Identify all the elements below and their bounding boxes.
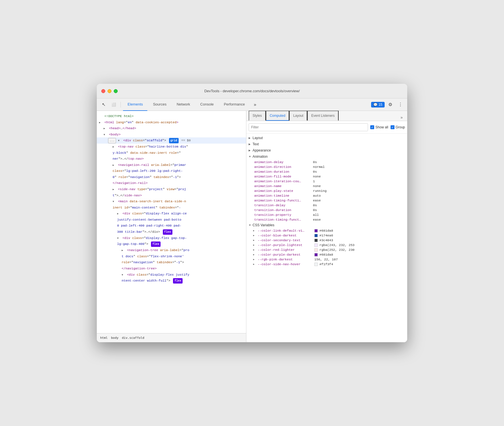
div-flex1-line1[interactable]: ▶ <div class="display-flex align-ce [97, 210, 246, 217]
animation-timing-value: ease [313, 199, 321, 202]
tab-network[interactable]: Network [172, 98, 195, 111]
nav-rail-line1[interactable]: ▶ <navigation-rail aria-label="primar [97, 162, 246, 168]
animation-fill-value: none [313, 175, 321, 178]
chat-count: 15 [379, 103, 382, 107]
var-color-side-nav-row[interactable]: ▶ --color-side-nav-hover #f1f3f4 [246, 262, 407, 267]
more-style-tabs[interactable]: » [398, 114, 405, 121]
animation-section-header[interactable]: ▼ Animation [246, 153, 407, 160]
tab-performance[interactable]: Performance [219, 98, 249, 111]
scaffold-div-line[interactable]: ... ▼ <div class="scaffold"> grid == $0 [97, 137, 246, 144]
cursor-tool-button[interactable]: ↖ [99, 100, 108, 109]
tab-styles[interactable]: Styles [249, 111, 266, 121]
doctype-line[interactable]: <!DOCTYPE html> [97, 113, 246, 119]
tab-sources[interactable]: Sources [148, 98, 171, 111]
var-rgb-pink-name: --rgb-pink-darkest [258, 258, 313, 261]
tab-console[interactable]: Console [196, 98, 218, 111]
text-section-header[interactable]: ▶ Text [246, 141, 407, 147]
nav-tree-line1[interactable]: ▶ <navigation-tree aria-label="pro [97, 247, 246, 253]
var-expand-icon: ▶ [253, 239, 256, 241]
ellipsis-button[interactable]: ... [108, 138, 116, 143]
tab-elements[interactable]: Elements [123, 98, 147, 111]
top-nav-line2[interactable]: y-block" data-side-nav-inert role=" [97, 150, 246, 156]
more-tabs-button[interactable]: » [251, 100, 260, 109]
expand-icon: ▼ [117, 236, 120, 241]
animation-timeline-row[interactable]: animation-timeline auto [246, 193, 407, 198]
color-swatch [314, 263, 318, 266]
transition-delay-row[interactable]: transition-delay 0s [246, 203, 407, 208]
color-swatch [314, 243, 318, 247]
expand-icon: ▼ [113, 200, 116, 204]
div-flex3-line1[interactable]: ▼ <div class="display-flex justify [97, 272, 246, 278]
var-color-purple-light-row[interactable]: ▶ --color-purple-lightest rgba(243, 232,… [246, 243, 407, 247]
tab-computed[interactable]: Computed [266, 111, 289, 121]
close-button[interactable] [101, 89, 105, 93]
minimize-button[interactable] [108, 89, 111, 93]
animation-section-label: Animation [253, 155, 268, 159]
animation-fill-name: animation-fill-mode [254, 175, 311, 178]
animation-arrow: ▼ [249, 155, 253, 158]
show-all-checkbox[interactable]: ✓ [370, 125, 374, 129]
nav-tree-close[interactable]: </navigation-tree> [97, 265, 246, 272]
animation-direction-row[interactable]: animation-direction normal [246, 164, 407, 169]
nav-tree-line2[interactable]: t docs" class="flex-shrink-none' [97, 253, 246, 260]
side-nav-line1[interactable]: ▶ <side-nav type="project" view="proj [97, 186, 246, 192]
transition-timing-row[interactable]: transition-timing-funct… ease [246, 217, 407, 222]
group-checkbox[interactable]: ✓ [391, 125, 395, 129]
nav-rail-close[interactable]: </navigation-rail> [97, 180, 246, 186]
var-color-link-name: --color-link-default-vi… [258, 229, 313, 232]
var-color-link-row[interactable]: ▶ --color-link-default-vi… #681da8 [246, 228, 407, 233]
div-flex1-line4[interactable]: 300 title-bar">…</div> flex [97, 229, 246, 235]
nav-rail-line3[interactable]: 0" role="navigation" tabindex="-1"> [97, 174, 246, 180]
animation-timing-row[interactable]: animation-timing-functi… ease [246, 198, 407, 203]
animation-iteration-name: animation-iteration-cou… [254, 179, 311, 183]
div-flex3-line2[interactable]: ntent-center width-full"> flex [97, 278, 246, 284]
tab-layout[interactable]: Layout [289, 111, 307, 121]
var-color-secondary-row[interactable]: ▶ --color-secondary-text #3c4043 [246, 238, 407, 243]
animation-name-row[interactable]: animation-name none [246, 184, 407, 188]
side-nav-line2[interactable]: t">…</side-nav> [97, 192, 246, 199]
top-nav-line1[interactable]: ▶ <top-nav class="hairline-bottom dis" [97, 144, 246, 150]
div-flex1-line2[interactable]: justify-content-between pad-botto [97, 217, 246, 223]
body-tag-line[interactable]: ▼ <body> [97, 131, 246, 138]
div-flex2-line2[interactable]: lg:gap-top-400"> flex [97, 241, 246, 247]
animation-fill-row[interactable]: animation-fill-mode none [246, 174, 407, 179]
layout-arrow: ▶ [249, 137, 253, 139]
layout-section-header[interactable]: ▶ Layout [246, 135, 407, 141]
var-color-purple-dark-row[interactable]: ▶ --color-purple-darkest #681da8 [246, 252, 407, 257]
tab-event-listeners[interactable]: Event Listeners [307, 111, 339, 121]
var-color-blue-row[interactable]: ▶ --color-blue-darkest #174ea6 [246, 233, 407, 238]
animation-iteration-row[interactable]: animation-iteration-cou… 1 [246, 179, 407, 184]
html-tag-line[interactable]: ▶ <html lang="en" data-cookies-accepted> [97, 119, 246, 126]
css-vars-section-header[interactable]: ▼ CSS Variables [246, 222, 407, 228]
div-flex2-line1[interactable]: ▼ <div class="display-flex gap-top- [97, 235, 246, 241]
settings-button[interactable]: ⚙ [386, 100, 395, 109]
div-flex1-line3[interactable]: 0 pad-left-400 pad-right-400 pad- [97, 223, 246, 229]
animation-duration-row[interactable]: animation-duration 0s [246, 169, 407, 174]
nav-rail-line2[interactable]: class="lg:pad-left-200 lg:pad-right- [97, 168, 246, 174]
head-tag-line[interactable]: ▶ <head>…</head> [97, 125, 246, 131]
computed-content[interactable]: ▶ Layout ▶ Text ▶ Appearance ▼ Animation [246, 134, 407, 342]
filter-input[interactable] [249, 123, 368, 131]
var-expand-icon: ▶ [253, 234, 256, 237]
transition-property-row[interactable]: transition-property all [246, 212, 407, 217]
animation-delay-row[interactable]: animation-delay 0s [246, 160, 407, 164]
breadcrumb-body[interactable]: body [110, 335, 120, 340]
main-line2[interactable]: inert id="main-content" tabindex="- [97, 205, 246, 211]
breadcrumb-html[interactable]: html [99, 335, 109, 340]
maximize-button[interactable] [114, 89, 118, 93]
more-options-button[interactable]: ⋮ [396, 100, 405, 109]
nav-tree-line3[interactable]: role="navigation" tabindex="-1"> [97, 259, 246, 265]
color-swatch [314, 239, 318, 242]
animation-play-row[interactable]: animation-play-state running [246, 188, 407, 193]
chat-badge[interactable]: 💬 15 [371, 102, 385, 107]
top-nav-line3[interactable]: ner">…</top-nav> [97, 156, 246, 162]
elements-content[interactable]: <!DOCTYPE html> ▶ <html lang="en" data-c… [97, 111, 246, 333]
main-line1[interactable]: ▼ <main data-search-inert data-side-n [97, 198, 246, 205]
transition-duration-row[interactable]: transition-duration 0s [246, 208, 407, 212]
appearance-section-header[interactable]: ▶ Appearance [246, 147, 407, 153]
var-color-red-row[interactable]: ▶ --color-red-lighter rgba(252, 232, 230 [246, 247, 407, 252]
breadcrumb-scaffold[interactable]: div.scaffold [121, 335, 145, 340]
var-rgb-pink-row[interactable]: ▶ --rgb-pink-darkest 156, 22, 107 [246, 257, 407, 262]
device-toggle-button[interactable]: ⬜ [109, 100, 118, 109]
devtools-body: <!DOCTYPE html> ▶ <html lang="en" data-c… [97, 111, 407, 342]
